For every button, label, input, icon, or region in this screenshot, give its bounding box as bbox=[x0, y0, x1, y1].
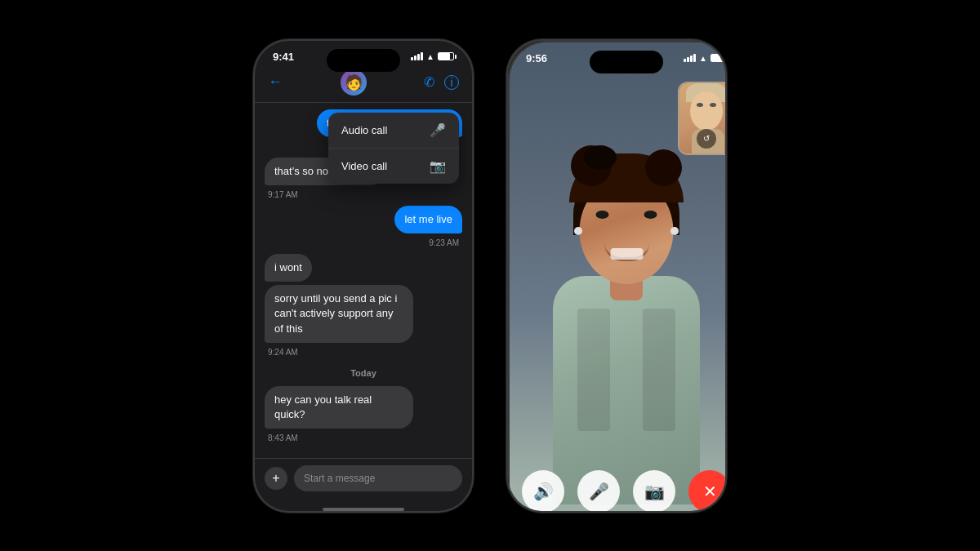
video-call-option[interactable]: Video call 📷 bbox=[328, 149, 459, 184]
video-phone: 9:56 ▲ bbox=[508, 41, 727, 513]
message-time: 8:43 AM bbox=[268, 433, 298, 442]
call-controls: 🔊 🎤 📷 ✕ bbox=[510, 470, 727, 513]
status-icons: ▲ bbox=[411, 52, 454, 61]
phone-call-icon[interactable]: ✆ bbox=[424, 74, 434, 90]
mute-button[interactable]: 🎤 bbox=[577, 470, 620, 513]
camera-icon: 📷 bbox=[430, 158, 446, 174]
battery-icon bbox=[438, 52, 454, 60]
chat-screen: 9:41 ▲ ← 🧑 bbox=[255, 41, 472, 511]
home-indicator bbox=[323, 508, 404, 511]
chat-phone: 9:41 ▲ ← 🧑 bbox=[253, 39, 474, 513]
video-wifi-icon: ▲ bbox=[699, 54, 707, 63]
audio-call-option[interactable]: Audio call 🎤 bbox=[328, 113, 459, 149]
message-input[interactable]: Start a message bbox=[294, 465, 462, 491]
microphone-icon: 🎤 bbox=[589, 482, 609, 501]
info-icon[interactable]: i bbox=[444, 75, 459, 90]
video-status-bar: 9:56 ▲ bbox=[510, 42, 727, 68]
message-bubble: let me live bbox=[394, 206, 462, 233]
message-bubble: sorry until you send a pic i can't activ… bbox=[265, 285, 413, 343]
dynamic-island bbox=[327, 49, 400, 72]
microphone-icon: 🎤 bbox=[430, 122, 446, 138]
add-button[interactable]: + bbox=[265, 467, 287, 490]
end-call-icon: ✕ bbox=[703, 482, 717, 501]
message-time: 9:23 AM bbox=[429, 238, 459, 247]
end-call-button[interactable]: ✕ bbox=[688, 470, 727, 513]
video-signal-icon bbox=[684, 54, 696, 62]
message-bubble: hey can you talk real quick? bbox=[265, 386, 413, 429]
video-call-phone-wrapper: 9:56 ▲ bbox=[506, 39, 727, 513]
status-time: 9:41 bbox=[273, 51, 294, 63]
section-label: Today bbox=[350, 368, 376, 378]
message-bubble: i wont bbox=[265, 254, 312, 282]
header-icons: ✆ i bbox=[424, 74, 459, 90]
message-time: 9:17 AM bbox=[268, 190, 298, 199]
back-button[interactable]: ← bbox=[268, 73, 283, 91]
self-view-thumbnail: ↺ bbox=[678, 82, 727, 155]
video-status-icons: ▲ bbox=[684, 54, 727, 63]
speaker-button[interactable]: 🔊 bbox=[522, 470, 564, 513]
video-screen: 9:56 ▲ bbox=[510, 42, 727, 513]
chat-contact-info: 🧑 bbox=[341, 69, 367, 96]
camera-button[interactable]: 📷 bbox=[633, 470, 675, 513]
video-battery-icon bbox=[710, 54, 727, 62]
speaker-icon: 🔊 bbox=[533, 482, 554, 501]
chat-input-area: + Start a message bbox=[255, 458, 472, 508]
thumbnail-face-oval bbox=[690, 91, 723, 131]
wifi-icon: ▲ bbox=[426, 52, 434, 61]
message-time: 9:24 AM bbox=[268, 348, 298, 357]
dropdown-menu: Audio call 🎤 Video call 📷 bbox=[328, 113, 459, 184]
flip-camera-button[interactable]: ↺ bbox=[697, 129, 716, 149]
avatar[interactable]: 🧑 bbox=[341, 69, 367, 96]
camera-icon: 📷 bbox=[644, 482, 665, 501]
video-status-time: 9:56 bbox=[526, 52, 547, 64]
person-in-video bbox=[537, 145, 716, 488]
signal-bars-icon bbox=[411, 52, 423, 60]
